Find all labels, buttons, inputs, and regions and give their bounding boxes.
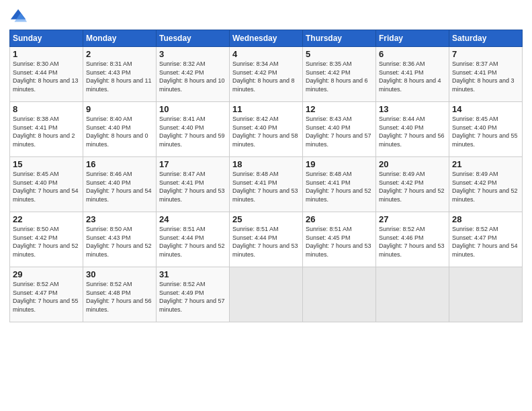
day-number: 14 xyxy=(452,104,519,114)
day-cell xyxy=(230,267,303,322)
day-cell: 27Sunrise: 8:52 AMSunset: 4:46 PMDayligh… xyxy=(376,212,449,267)
day-cell: 3Sunrise: 8:32 AMSunset: 4:42 PMDaylight… xyxy=(157,47,230,102)
day-number: 9 xyxy=(86,104,153,114)
day-cell: 28Sunrise: 8:52 AMSunset: 4:47 PMDayligh… xyxy=(449,212,523,267)
day-info: Sunrise: 8:51 AMSunset: 4:45 PMDaylight:… xyxy=(306,225,373,259)
day-cell: 14Sunrise: 8:45 AMSunset: 4:40 PMDayligh… xyxy=(449,102,523,157)
day-info: Sunrise: 8:52 AMSunset: 4:47 PMDaylight:… xyxy=(13,280,80,314)
day-info: Sunrise: 8:35 AMSunset: 4:42 PMDaylight:… xyxy=(306,60,373,93)
day-cell: 21Sunrise: 8:49 AMSunset: 4:42 PMDayligh… xyxy=(449,157,523,212)
day-number: 28 xyxy=(452,214,519,224)
day-cell: 9Sunrise: 8:40 AMSunset: 4:40 PMDaylight… xyxy=(83,102,157,157)
day-cell: 22Sunrise: 8:50 AMSunset: 4:42 PMDayligh… xyxy=(10,212,83,267)
day-info: Sunrise: 8:45 AMSunset: 4:40 PMDaylight:… xyxy=(452,115,519,148)
day-cell: 5Sunrise: 8:35 AMSunset: 4:42 PMDaylight… xyxy=(303,47,376,102)
calendar-body: 1Sunrise: 8:30 AMSunset: 4:44 PMDaylight… xyxy=(10,47,523,322)
day-number: 23 xyxy=(86,214,153,224)
day-info: Sunrise: 8:48 AMSunset: 4:41 PMDaylight:… xyxy=(232,170,300,203)
day-number: 18 xyxy=(232,159,300,169)
header-cell-wednesday: Wednesday xyxy=(230,30,303,47)
day-cell: 25Sunrise: 8:51 AMSunset: 4:44 PMDayligh… xyxy=(230,212,303,267)
day-number: 3 xyxy=(159,49,226,59)
day-number: 13 xyxy=(379,104,446,114)
day-cell: 2Sunrise: 8:31 AMSunset: 4:43 PMDaylight… xyxy=(83,47,157,102)
day-cell xyxy=(376,267,449,322)
day-cell: 6Sunrise: 8:36 AMSunset: 4:41 PMDaylight… xyxy=(376,47,449,102)
day-cell: 16Sunrise: 8:46 AMSunset: 4:40 PMDayligh… xyxy=(83,157,157,212)
header-row: SundayMondayTuesdayWednesdayThursdayFrid… xyxy=(10,30,523,47)
day-cell: 1Sunrise: 8:30 AMSunset: 4:44 PMDaylight… xyxy=(10,47,83,102)
day-number: 4 xyxy=(232,49,300,59)
day-info: Sunrise: 8:38 AMSunset: 4:41 PMDaylight:… xyxy=(13,115,80,148)
day-cell: 8Sunrise: 8:38 AMSunset: 4:41 PMDaylight… xyxy=(10,102,83,157)
day-cell: 24Sunrise: 8:51 AMSunset: 4:44 PMDayligh… xyxy=(157,212,230,267)
day-number: 30 xyxy=(86,269,153,279)
day-cell: 23Sunrise: 8:50 AMSunset: 4:43 PMDayligh… xyxy=(83,212,157,267)
day-cell: 18Sunrise: 8:48 AMSunset: 4:41 PMDayligh… xyxy=(230,157,303,212)
day-cell: 29Sunrise: 8:52 AMSunset: 4:47 PMDayligh… xyxy=(10,267,83,322)
day-cell xyxy=(303,267,376,322)
day-info: Sunrise: 8:52 AMSunset: 4:46 PMDaylight:… xyxy=(379,225,446,259)
day-number: 21 xyxy=(452,159,519,169)
day-info: Sunrise: 8:32 AMSunset: 4:42 PMDaylight:… xyxy=(159,60,226,93)
day-info: Sunrise: 8:50 AMSunset: 4:42 PMDaylight:… xyxy=(13,225,80,259)
day-number: 7 xyxy=(452,49,519,59)
day-number: 5 xyxy=(306,49,373,59)
day-number: 2 xyxy=(86,49,153,59)
day-info: Sunrise: 8:44 AMSunset: 4:40 PMDaylight:… xyxy=(379,115,446,148)
day-cell: 4Sunrise: 8:34 AMSunset: 4:42 PMDaylight… xyxy=(230,47,303,102)
day-number: 26 xyxy=(306,214,373,224)
week-row-5: 29Sunrise: 8:52 AMSunset: 4:47 PMDayligh… xyxy=(10,267,523,322)
day-info: Sunrise: 8:43 AMSunset: 4:40 PMDaylight:… xyxy=(306,115,373,148)
header-cell-friday: Friday xyxy=(376,30,449,47)
day-number: 11 xyxy=(232,104,300,114)
day-number: 8 xyxy=(13,104,80,114)
header-cell-tuesday: Tuesday xyxy=(157,30,230,47)
main-container: SundayMondayTuesdayWednesdayThursdayFrid… xyxy=(0,0,532,326)
day-cell: 7Sunrise: 8:37 AMSunset: 4:41 PMDaylight… xyxy=(449,47,523,102)
logo xyxy=(9,7,31,26)
day-cell: 15Sunrise: 8:45 AMSunset: 4:40 PMDayligh… xyxy=(10,157,83,212)
day-number: 17 xyxy=(159,159,226,169)
header xyxy=(9,7,523,26)
header-cell-monday: Monday xyxy=(83,30,157,47)
day-info: Sunrise: 8:50 AMSunset: 4:43 PMDaylight:… xyxy=(86,225,153,259)
day-number: 6 xyxy=(379,49,446,59)
day-info: Sunrise: 8:49 AMSunset: 4:42 PMDaylight:… xyxy=(379,170,446,203)
day-info: Sunrise: 8:36 AMSunset: 4:41 PMDaylight:… xyxy=(379,60,446,93)
day-cell: 31Sunrise: 8:52 AMSunset: 4:49 PMDayligh… xyxy=(157,267,230,322)
day-number: 24 xyxy=(159,214,226,224)
day-cell: 20Sunrise: 8:49 AMSunset: 4:42 PMDayligh… xyxy=(376,157,449,212)
day-number: 10 xyxy=(159,104,226,114)
day-cell: 19Sunrise: 8:48 AMSunset: 4:41 PMDayligh… xyxy=(303,157,376,212)
day-info: Sunrise: 8:45 AMSunset: 4:40 PMDaylight:… xyxy=(13,170,80,203)
day-info: Sunrise: 8:41 AMSunset: 4:40 PMDaylight:… xyxy=(159,115,226,148)
day-cell: 11Sunrise: 8:42 AMSunset: 4:40 PMDayligh… xyxy=(230,102,303,157)
day-cell: 30Sunrise: 8:52 AMSunset: 4:48 PMDayligh… xyxy=(83,267,157,322)
day-info: Sunrise: 8:30 AMSunset: 4:44 PMDaylight:… xyxy=(13,60,80,93)
day-number: 29 xyxy=(13,269,80,279)
day-cell: 12Sunrise: 8:43 AMSunset: 4:40 PMDayligh… xyxy=(303,102,376,157)
week-row-1: 1Sunrise: 8:30 AMSunset: 4:44 PMDaylight… xyxy=(10,47,523,102)
day-cell: 10Sunrise: 8:41 AMSunset: 4:40 PMDayligh… xyxy=(157,102,230,157)
week-row-2: 8Sunrise: 8:38 AMSunset: 4:41 PMDaylight… xyxy=(10,102,523,157)
header-cell-thursday: Thursday xyxy=(303,30,376,47)
calendar-table: SundayMondayTuesdayWednesdayThursdayFrid… xyxy=(9,30,523,322)
day-info: Sunrise: 8:47 AMSunset: 4:41 PMDaylight:… xyxy=(159,170,226,203)
day-number: 31 xyxy=(159,269,226,279)
day-info: Sunrise: 8:52 AMSunset: 4:49 PMDaylight:… xyxy=(159,280,226,314)
day-info: Sunrise: 8:49 AMSunset: 4:42 PMDaylight:… xyxy=(452,170,519,203)
day-info: Sunrise: 8:51 AMSunset: 4:44 PMDaylight:… xyxy=(232,225,300,259)
day-number: 19 xyxy=(306,159,373,169)
day-cell: 13Sunrise: 8:44 AMSunset: 4:40 PMDayligh… xyxy=(376,102,449,157)
day-number: 16 xyxy=(86,159,153,169)
day-info: Sunrise: 8:31 AMSunset: 4:43 PMDaylight:… xyxy=(86,60,153,93)
day-info: Sunrise: 8:46 AMSunset: 4:40 PMDaylight:… xyxy=(86,170,153,203)
day-number: 12 xyxy=(306,104,373,114)
header-cell-saturday: Saturday xyxy=(449,30,523,47)
day-info: Sunrise: 8:51 AMSunset: 4:44 PMDaylight:… xyxy=(159,225,226,259)
day-info: Sunrise: 8:48 AMSunset: 4:41 PMDaylight:… xyxy=(306,170,373,203)
header-cell-sunday: Sunday xyxy=(10,30,83,47)
day-cell: 26Sunrise: 8:51 AMSunset: 4:45 PMDayligh… xyxy=(303,212,376,267)
day-number: 15 xyxy=(13,159,80,169)
